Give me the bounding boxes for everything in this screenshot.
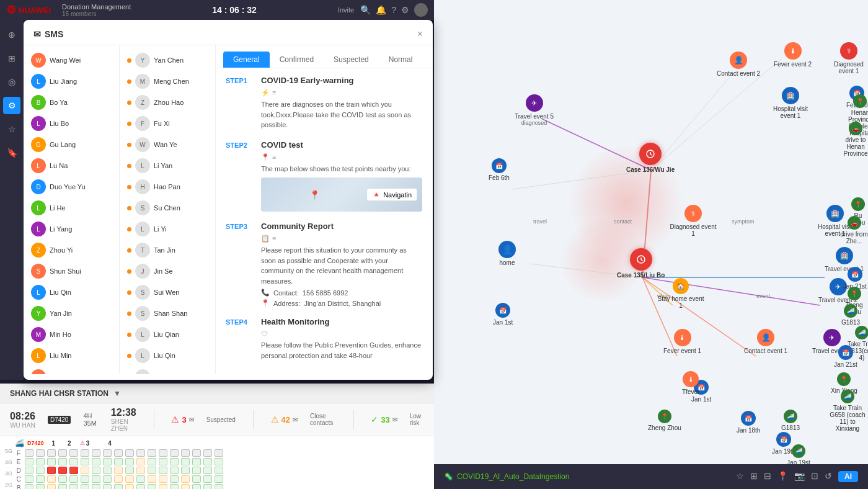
graph-copy-icon[interactable]: ⊞ [750, 471, 758, 482]
seat[interactable] [181, 475, 190, 483]
node-feb6th[interactable]: 📅 Feb 6th [489, 158, 510, 181]
contact-left-item[interactable]: L Liu Bo [27, 114, 115, 133]
seat[interactable] [159, 449, 167, 457]
seat[interactable] [125, 449, 134, 457]
ai-button[interactable]: AI [838, 471, 858, 482]
node-take-train-g658[interactable]: 🚄 Take Train G658 (coach 11) to Xinxiang [827, 390, 868, 432]
contact-left-item[interactable]: Z Zhou Yi [27, 240, 115, 260]
contact-left-item[interactable]: Y Yan Jin [27, 303, 115, 323]
seat[interactable] [81, 475, 89, 483]
contact-left-item[interactable]: S Shun Shui [27, 261, 115, 281]
seat[interactable] [92, 449, 100, 457]
sms-close-button[interactable]: × [417, 29, 423, 40]
contact-left-item[interactable]: L Liu Qin [27, 282, 115, 302]
seat[interactable] [25, 449, 33, 457]
node-travel5[interactable]: ✈ Travel event 5 diagnosed [515, 94, 554, 126]
seat[interactable] [181, 449, 190, 457]
settings-icon[interactable]: ⚙ [401, 5, 409, 15]
seat[interactable] [36, 467, 45, 474]
seat[interactable] [148, 458, 156, 465]
contact-right-item[interactable]: H Hao Pan [123, 177, 211, 197]
node-g1813-bot[interactable]: 🚄 G1813 [781, 410, 800, 431]
seat[interactable] [36, 449, 45, 457]
graph-layout-icon[interactable]: ⊟ [764, 471, 771, 482]
node-hospital-top[interactable]: 🏥 Hospital visit event 1 [766, 87, 815, 119]
seat[interactable] [92, 467, 100, 474]
graph-star-icon[interactable]: ☆ [736, 471, 744, 482]
contact-right-item[interactable]: Y Yan Chen [123, 50, 211, 70]
node-tfever[interactable]: 🌡 Tfever [682, 371, 699, 395]
seat[interactable] [203, 484, 212, 489]
contact-left-item[interactable]: C Cao Min [27, 367, 115, 374]
graph-location-icon[interactable]: 📍 [777, 471, 788, 482]
contact-right-item[interactable]: S Sui Wen [123, 282, 211, 302]
sidebar-star-icon[interactable]: ☆ [3, 120, 20, 138]
seat[interactable] [181, 484, 190, 489]
seat[interactable] [25, 475, 33, 483]
contact-left-item[interactable]: L Li Yang [27, 219, 115, 239]
seat[interactable] [203, 467, 212, 474]
contact-right-item[interactable]: W Wan Ye [123, 135, 211, 155]
seat[interactable] [192, 467, 201, 474]
seat[interactable] [192, 449, 201, 457]
seat[interactable] [170, 458, 179, 465]
seat[interactable] [25, 484, 33, 489]
seat[interactable] [159, 484, 167, 489]
node-diagnosed-top[interactable]: ⚕ Diagnosed event 1 [830, 42, 868, 74]
sidebar-expand-icon[interactable]: ⊞ [3, 50, 20, 67]
seat[interactable] [47, 475, 56, 483]
node-home[interactable]: 👤 home [498, 241, 516, 266]
seat[interactable] [69, 484, 78, 489]
seat[interactable] [69, 458, 78, 465]
graph-fullscreen-icon[interactable]: ⊡ [811, 471, 818, 482]
seat[interactable] [114, 449, 123, 457]
seat[interactable] [148, 475, 156, 483]
seat[interactable] [25, 467, 33, 474]
seat[interactable] [103, 475, 112, 483]
sidebar-zoom-icon[interactable]: ◎ [3, 73, 20, 91]
contact-right-item[interactable]: Z Zhou Hao [123, 92, 211, 112]
seat[interactable] [148, 467, 156, 474]
seat[interactable] [159, 458, 167, 465]
seat[interactable] [47, 467, 56, 474]
contact-left-item[interactable]: W Wang Wei [27, 50, 115, 70]
seat[interactable] [192, 475, 201, 483]
node-jan18th[interactable]: 📅 Jan 18th [737, 411, 760, 434]
seat[interactable] [36, 484, 45, 489]
node-zheng-zhou2[interactable]: 📍 Zheng Zhou [648, 410, 681, 431]
node-stay-home[interactable]: 🏠 Stay home event 1 [656, 278, 706, 309]
sidebar-bookmark-icon[interactable]: 🔖 [3, 144, 20, 161]
seat[interactable] [58, 467, 67, 474]
seat[interactable] [203, 449, 212, 457]
seat[interactable] [47, 484, 56, 489]
seat[interactable] [136, 449, 145, 457]
seat[interactable] [159, 467, 167, 474]
seat[interactable] [114, 475, 123, 483]
seat[interactable] [114, 458, 123, 465]
seat[interactable] [215, 484, 223, 489]
seat[interactable] [58, 458, 67, 465]
node-diagnosed-mid[interactable]: ⚕ Diagnosed event 1 [668, 205, 718, 237]
contact-left-item[interactable]: D Duo Yue Yu [27, 177, 115, 197]
seat[interactable] [203, 475, 212, 483]
avatar[interactable] [414, 3, 428, 17]
node-g1813-top[interactable]: 🚄 G1813 [841, 304, 860, 326]
contact-right-item[interactable]: M Meng Chen [123, 71, 211, 91]
seat[interactable] [47, 449, 56, 457]
seat[interactable] [170, 449, 179, 457]
contact-right-item[interactable]: L Li Yan [123, 156, 211, 176]
contact-right-item[interactable]: S Su Chen [123, 198, 211, 218]
seat[interactable] [125, 475, 134, 483]
seat[interactable] [215, 475, 223, 483]
seat[interactable] [159, 475, 167, 483]
seat[interactable] [58, 449, 67, 457]
sidebar-settings-icon[interactable]: ⚙ [3, 97, 20, 114]
seat[interactable] [69, 449, 78, 457]
contact-right-item[interactable]: L Liu Qian [123, 325, 211, 344]
sms-tab-confirmed[interactable]: Confirmed [270, 52, 324, 68]
seat[interactable] [114, 484, 123, 489]
seat[interactable] [125, 484, 134, 489]
seat[interactable] [36, 475, 45, 483]
contact-right-item[interactable]: J Jin Se [123, 261, 211, 281]
node-fever1[interactable]: 🌡 Fever event 1 [663, 329, 701, 354]
